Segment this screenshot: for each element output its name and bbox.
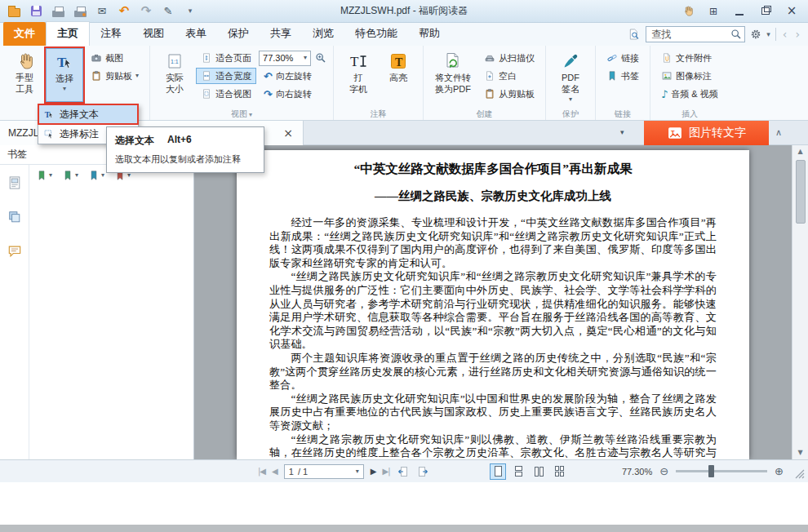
- find-settings-dropdown-icon[interactable]: ▾: [766, 31, 770, 38]
- bookmark-button[interactable]: 书签: [602, 68, 644, 84]
- tab-protect[interactable]: 保护: [217, 22, 260, 46]
- find-previous-icon[interactable]: ‹: [781, 29, 789, 40]
- tab-share[interactable]: 共享: [260, 22, 302, 46]
- actual-size-button[interactable]: 实际 大小: [156, 48, 193, 102]
- previous-view-icon[interactable]: [397, 465, 410, 478]
- previous-page-icon[interactable]: ◀: [272, 468, 277, 476]
- group-label-view[interactable]: 视图▾: [150, 109, 333, 120]
- convert-to-pdf-button[interactable]: 将文件转 换为PDF: [429, 48, 477, 102]
- actual-size-label2: 大小: [166, 84, 184, 95]
- zoom-slider[interactable]: [676, 470, 767, 472]
- find-settings-gear-icon[interactable]: [750, 29, 761, 40]
- fit-page-button[interactable]: 适合页面: [196, 50, 256, 66]
- resize-grip-icon[interactable]: [795, 469, 805, 479]
- file-attachment-button[interactable]: 文件附件: [656, 50, 723, 66]
- comments-panel-icon[interactable]: [7, 243, 23, 259]
- thumbnails-panel-icon[interactable]: [7, 175, 23, 191]
- tab-comment[interactable]: 注释: [90, 22, 132, 46]
- zoom-slider-thumb[interactable]: [708, 465, 714, 477]
- snapshot-button[interactable]: 截图: [86, 50, 144, 66]
- audio-video-button[interactable]: ♪ 音频 & 视频: [656, 86, 723, 102]
- zoom-in-icon[interactable]: ⊕: [775, 466, 784, 477]
- tab-file[interactable]: 文件: [3, 22, 46, 46]
- restore-button[interactable]: [759, 6, 772, 17]
- email-icon[interactable]: ✉: [95, 4, 109, 19]
- from-clipboard-button[interactable]: 从剪贴板: [479, 86, 539, 102]
- tab-help[interactable]: 帮助: [408, 22, 451, 46]
- last-page-icon[interactable]: ▶|: [382, 468, 389, 476]
- layers-panel-icon[interactable]: [7, 209, 23, 225]
- edit-icon[interactable]: ✎: [161, 4, 175, 19]
- menu-item-select-text[interactable]: 选择文本: [38, 104, 138, 124]
- tab-view[interactable]: 视图: [132, 22, 175, 46]
- qat-customize-dropdown-icon[interactable]: ▾: [183, 4, 198, 19]
- image-to-text-button[interactable]: 图片转文字: [644, 121, 769, 145]
- image-annotation-button[interactable]: 图像标注: [656, 68, 723, 84]
- actual-size-label: 实际: [166, 73, 184, 84]
- clipboard-button[interactable]: 剪贴板 ▾: [86, 68, 144, 84]
- quick-access-toolbar: ✉ ↶ ↷ ✎ ▾: [7, 4, 198, 19]
- bookmark-tool-level[interactable]: ▾: [88, 170, 104, 181]
- rotate-left-button[interactable]: ↶ 向左旋转: [259, 68, 327, 84]
- redo-icon[interactable]: ↷: [139, 4, 153, 19]
- next-page-icon[interactable]: ▶: [371, 468, 376, 476]
- group-label-insert[interactable]: 插入: [650, 109, 729, 120]
- page-number-box[interactable]: 1 / 1 ▾: [284, 464, 364, 479]
- zoom-out-icon[interactable]: ⊖: [659, 466, 668, 477]
- quick-print-icon[interactable]: [73, 4, 87, 19]
- minimize-button[interactable]: [733, 6, 746, 17]
- group-label-create[interactable]: 创建: [424, 109, 545, 120]
- tab-browse[interactable]: 浏览: [302, 22, 344, 46]
- window-layout-icon[interactable]: ⊞: [707, 6, 720, 17]
- chevron-down-icon: ▾: [75, 172, 78, 179]
- continuous-facing-view-icon[interactable]: [551, 463, 567, 480]
- fit-visible-button[interactable]: 适合视图: [196, 86, 256, 102]
- search-document-icon[interactable]: [628, 28, 641, 41]
- save-icon[interactable]: [29, 4, 43, 19]
- undo-icon[interactable]: ↶: [117, 4, 131, 19]
- blank-page-button[interactable]: 空白: [479, 68, 539, 84]
- group-label-comment[interactable]: 注释: [334, 109, 423, 120]
- hand-tool-button[interactable]: 手型 工具: [6, 48, 43, 102]
- find-magnifier-icon[interactable]: [729, 28, 744, 41]
- read-mode-icon[interactable]: [681, 5, 694, 17]
- divider: [775, 28, 776, 41]
- bookmark-tool-expand[interactable]: ▾: [36, 170, 52, 181]
- scroll-down-icon[interactable]: ▼: [797, 446, 802, 459]
- next-view-icon[interactable]: [416, 465, 429, 478]
- marquee-zoom-icon[interactable]: [314, 51, 327, 64]
- select-button[interactable]: 选择 ▾: [46, 48, 83, 102]
- group-label-link[interactable]: 链接: [596, 109, 650, 120]
- open-file-icon[interactable]: [7, 4, 21, 19]
- fit-width-button[interactable]: 适合宽度: [196, 68, 256, 84]
- tooltip-shortcut: Alt+6: [167, 134, 192, 148]
- scroll-up-icon[interactable]: ▲: [797, 145, 802, 158]
- fit-width-icon: [201, 70, 212, 82]
- continuous-view-icon[interactable]: [510, 463, 526, 480]
- tab-list-dropdown-icon[interactable]: ▾: [620, 129, 624, 136]
- single-page-view-icon[interactable]: [490, 463, 506, 480]
- bookmark-tool-new[interactable]: ▾: [62, 170, 78, 181]
- group-label-protect[interactable]: 保护: [546, 109, 595, 120]
- close-tab-icon[interactable]: ×: [282, 127, 295, 139]
- facing-view-icon[interactable]: [531, 463, 547, 480]
- zoom-combobox[interactable]: 77.30% ▾: [259, 51, 311, 66]
- tab-form[interactable]: 表单: [175, 22, 217, 46]
- from-scanner-button[interactable]: 从扫描仪: [479, 50, 539, 66]
- print-icon[interactable]: [51, 4, 65, 19]
- link-button[interactable]: 链接: [602, 50, 644, 66]
- tab-features[interactable]: 特色功能: [344, 22, 408, 46]
- pdf-sign-button[interactable]: PDF 签名 ▾: [552, 48, 589, 102]
- document-area[interactable]: “中英文丝路文献数据库多国合作项目”再出新成果 ——丝绸之路民族、宗教历史文化库…: [194, 145, 792, 459]
- vertical-scrollbar[interactable]: ▲ ▼: [792, 145, 808, 459]
- tab-home[interactable]: 主页: [46, 21, 90, 47]
- rotate-right-button[interactable]: ↷ 向右旋转: [259, 86, 327, 102]
- highlight-button[interactable]: 高亮: [380, 48, 417, 102]
- find-next-icon[interactable]: ›: [793, 29, 801, 40]
- close-button[interactable]: ×: [785, 6, 798, 17]
- collapse-ribbon-icon[interactable]: ∧: [775, 128, 782, 137]
- typewriter-button[interactable]: 打 字机: [340, 48, 377, 102]
- pdf-page[interactable]: “中英文丝路文献数据库多国合作项目”再出新成果 ——丝绸之路民族、宗教历史文化库…: [237, 150, 749, 459]
- scrollbar-thumb[interactable]: [796, 160, 806, 224]
- first-page-icon[interactable]: |◀: [258, 468, 265, 476]
